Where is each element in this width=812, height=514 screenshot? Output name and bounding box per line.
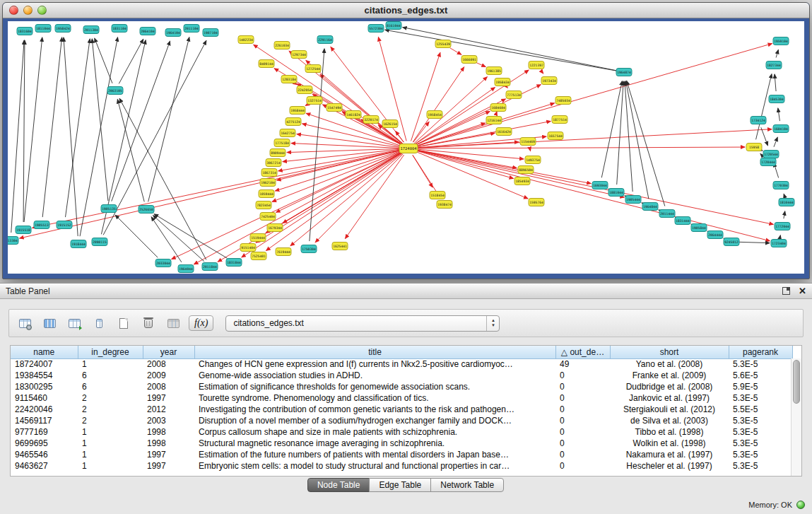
graph-node[interactable]: 7485034 xyxy=(555,97,571,105)
graph-node[interactable]: 8409144 xyxy=(259,60,274,68)
graph-node[interactable]: 1402234 xyxy=(238,36,254,44)
graph-node[interactable]: 1221397 xyxy=(529,62,544,69)
graph-node[interactable]: 1616424 xyxy=(496,128,512,136)
graph-node[interactable]: 2011444 xyxy=(659,210,675,218)
graph-node[interactable]: 9151404 xyxy=(240,244,256,252)
graph-node[interactable]: 1693044 xyxy=(592,182,608,189)
graph-node[interactable]: 2064444 xyxy=(707,231,723,239)
minimize-window-icon[interactable] xyxy=(23,6,33,15)
graph-node[interactable]: 3220174 xyxy=(363,116,379,124)
table-row[interactable]: 946362711997Embryonic stem cells: a mode… xyxy=(11,460,792,472)
graph-node[interactable]: 1961385 xyxy=(486,67,502,75)
graph-node[interactable]: 1216144 xyxy=(486,117,502,124)
close-panel-icon[interactable]: ✕ xyxy=(799,286,806,296)
graph-node[interactable]: 1845304 xyxy=(769,95,784,103)
graph-node[interactable]: 1905135 xyxy=(101,205,117,213)
table-row[interactable]: 969969511998Structural magnetic resonanc… xyxy=(11,438,792,449)
graph-node[interactable]: 1626154 xyxy=(382,120,398,128)
graph-node[interactable]: 1905513 xyxy=(34,221,49,229)
column-header-pagerank[interactable]: pagerank xyxy=(729,346,792,358)
graph-node[interactable]: 1770304 xyxy=(773,182,789,189)
graph-node[interactable]: 1938474 xyxy=(437,201,452,209)
graph-node[interactable]: 2526650 xyxy=(139,206,154,214)
graph-node[interactable]: 1724004 xyxy=(399,144,418,153)
graph-node[interactable]: 1283184 xyxy=(281,76,297,83)
graph-node[interactable]: 1519444 xyxy=(250,234,266,242)
graph-node[interactable]: 1831844 xyxy=(226,259,242,267)
graph-node[interactable]: 7775134 xyxy=(506,91,522,99)
graph-node[interactable]: 1964844 xyxy=(642,203,658,211)
network-view[interactable]: 1831604181104419584242011304183110420641… xyxy=(8,21,804,274)
show-columns-button[interactable] xyxy=(40,314,59,332)
graph-node[interactable]: 1958454 xyxy=(427,111,442,119)
tab-edge-table[interactable]: Edge Table xyxy=(369,478,431,492)
graph-node[interactable]: 1297344 xyxy=(291,51,307,59)
graph-node[interactable]: 1518454 xyxy=(430,192,445,199)
table-row[interactable]: 1872400712008Changes of HCN gene express… xyxy=(11,358,792,370)
graph-node[interactable]: 1734124 xyxy=(751,117,766,124)
graph-node[interactable]: 2011104 xyxy=(184,25,199,33)
column-header-title[interactable]: title xyxy=(194,346,555,358)
graph-node[interactable]: 1831444 xyxy=(675,217,690,225)
graph-node[interactable]: 2090115 xyxy=(92,238,107,246)
graph-node[interactable]: 1913304 xyxy=(8,237,18,245)
column-header-year[interactable]: year xyxy=(143,346,194,358)
graph-node[interactable]: 2261034 xyxy=(274,42,290,49)
graph-node[interactable]: 5572304 xyxy=(368,25,384,33)
graph-node[interactable]: 1772044 xyxy=(775,223,790,230)
graph-node[interactable]: 2063105 xyxy=(107,87,123,95)
graph-node[interactable]: 1915518 xyxy=(16,226,31,234)
table-row[interactable]: 1938455462009Genome-wide association stu… xyxy=(11,370,792,381)
graph-node[interactable]: 2242054 xyxy=(297,86,312,94)
graph-node[interactable]: 1964044 xyxy=(178,265,194,273)
table-scrollbar[interactable] xyxy=(791,358,801,476)
graph-node[interactable]: 1720544 xyxy=(763,151,779,158)
graph-node[interactable]: 7525401 xyxy=(251,252,266,260)
graph-node[interactable]: 1915152 xyxy=(57,221,72,229)
graph-node[interactable]: 2011844 xyxy=(202,263,218,271)
graph-node[interactable]: 1811044 xyxy=(35,25,51,33)
graph-node[interactable]: 1831604 xyxy=(17,28,33,35)
graph-node[interactable]: 1625441 xyxy=(332,243,348,250)
function-builder-button[interactable]: f(x) xyxy=(189,315,213,331)
graph-node[interactable]: 1720444 xyxy=(760,158,776,166)
column-header-name[interactable]: name xyxy=(11,346,78,358)
scrollbar-thumb[interactable] xyxy=(793,360,800,404)
delete-column-button[interactable] xyxy=(139,314,158,332)
table-source-dropdown[interactable]: citations_edges.txt ▲ ▼ xyxy=(225,315,500,332)
graph-node[interactable]: 1958444 xyxy=(290,107,305,115)
select-columns-button[interactable] xyxy=(65,314,83,332)
graph-node[interactable]: 8909444 xyxy=(270,149,286,157)
graph-node[interactable]: 1907104 xyxy=(203,29,218,37)
graph-node[interactable]: 7619444 xyxy=(276,248,291,256)
graph-node[interactable]: 1918444 xyxy=(71,240,86,248)
graph-node[interactable]: 2064104 xyxy=(140,28,155,35)
graph-node[interactable]: 15958 xyxy=(746,144,762,151)
graph-node[interactable]: 1810444 xyxy=(779,199,794,206)
table-row[interactable]: 946554611997Estimation of the future num… xyxy=(11,449,792,460)
graph-node[interactable]: 1547494 xyxy=(326,104,342,112)
table-mode-button[interactable] xyxy=(16,314,34,332)
graph-node[interactable]: 8896504 xyxy=(518,166,534,174)
graph-node[interactable]: 1867314 xyxy=(261,169,277,177)
graph-node[interactable]: 1905444 xyxy=(625,196,641,204)
window-titlebar[interactable]: citations_edges.txt xyxy=(3,3,809,18)
graph-node[interactable]: 1881044 xyxy=(608,189,624,197)
graph-node[interactable]: 1964874 xyxy=(616,69,632,76)
network-canvas[interactable]: 1831604181104419584242011304183110420641… xyxy=(8,21,804,274)
table-row[interactable]: 1830029562008Estimation of significance … xyxy=(11,381,792,392)
graph-node[interactable]: 1154469 xyxy=(520,138,536,146)
new-column-button[interactable] xyxy=(114,314,133,332)
graph-node[interactable]: 1595764 xyxy=(529,199,544,206)
graph-node[interactable]: 1973434 xyxy=(541,77,557,85)
graph-node[interactable]: 4275124 xyxy=(286,118,301,126)
graph-node[interactable]: 2033044 xyxy=(155,259,171,267)
table-row[interactable]: 977716911998Corpus callosum shape and si… xyxy=(11,426,792,438)
graph-node[interactable]: 1327514 xyxy=(307,97,322,105)
tab-node-table[interactable]: Node Table xyxy=(307,478,370,492)
graph-node[interactable]: 2291164 xyxy=(317,36,333,44)
close-window-icon[interactable] xyxy=(9,6,18,15)
graph-node[interactable]: 1666091 xyxy=(461,56,477,64)
graph-node[interactable]: 8161044 xyxy=(386,22,401,30)
graph-node[interactable]: 1255439 xyxy=(435,40,451,48)
